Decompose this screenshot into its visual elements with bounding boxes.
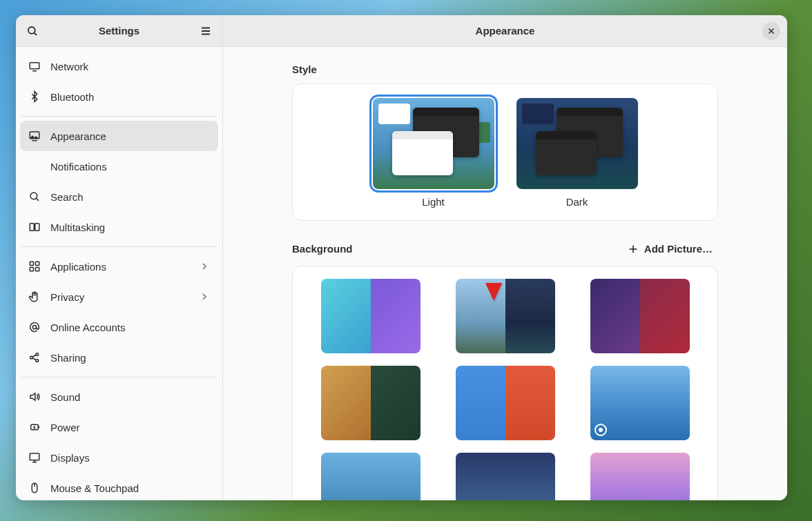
search-icon bbox=[28, 190, 41, 203]
bg-half-dark bbox=[371, 279, 420, 353]
sidebar-item-notifications[interactable]: Notifications bbox=[20, 151, 218, 181]
sidebar-item-applications[interactable]: Applications bbox=[20, 251, 218, 282]
display-icon bbox=[28, 60, 41, 72]
sidebar-item-online-accounts[interactable]: Online Accounts bbox=[20, 312, 218, 342]
sidebar-title: Settings bbox=[42, 25, 196, 37]
sidebar-item-label: Sound bbox=[50, 391, 210, 403]
sidebar-separator bbox=[21, 116, 217, 117]
bg-half-dark bbox=[640, 453, 690, 500]
sidebar-item-label: Notifications bbox=[50, 161, 210, 173]
background-thumb-bg9[interactable] bbox=[590, 453, 690, 500]
background-section-label: Background bbox=[292, 243, 353, 255]
svg-point-0 bbox=[28, 27, 35, 34]
sidebar-item-search[interactable]: Search bbox=[20, 181, 218, 212]
sidebar-separator bbox=[21, 246, 217, 247]
sidebar-item-label: Mouse & Touchpad bbox=[50, 482, 210, 494]
close-icon bbox=[767, 27, 775, 35]
sidebar-item-appearance[interactable]: Appearance bbox=[20, 121, 218, 151]
background-thumb-bg1[interactable] bbox=[321, 279, 420, 353]
background-thumb-bg5[interactable] bbox=[456, 366, 555, 440]
background-thumb-bg4[interactable] bbox=[321, 366, 420, 440]
svg-rect-15 bbox=[30, 268, 33, 271]
main-content: Style Light bbox=[223, 47, 787, 500]
svg-rect-25 bbox=[30, 453, 39, 460]
sidebar-item-label: Online Accounts bbox=[50, 322, 210, 333]
close-button[interactable] bbox=[762, 22, 780, 40]
bg-half-light bbox=[590, 279, 640, 353]
sidebar-item-label: Sharing bbox=[50, 352, 210, 364]
bg-half-dark bbox=[505, 453, 555, 500]
background-thumb-bg6[interactable] bbox=[590, 366, 690, 440]
sidebar-item-network[interactable]: Network bbox=[20, 51, 218, 81]
bluetooth-icon bbox=[28, 90, 41, 103]
page-title: Appearance bbox=[248, 25, 762, 37]
svg-rect-12 bbox=[35, 224, 39, 231]
sound-icon bbox=[28, 391, 41, 403]
style-preview-dark bbox=[516, 98, 638, 189]
bell-icon bbox=[28, 160, 41, 173]
multitask-icon bbox=[28, 221, 41, 233]
sidebar: Settings NetworkBluetoothAppearanceNotif… bbox=[16, 15, 223, 500]
svg-line-10 bbox=[36, 198, 39, 201]
svg-rect-11 bbox=[30, 224, 34, 231]
style-preview-light bbox=[373, 98, 494, 189]
sidebar-item-power[interactable]: Power bbox=[20, 412, 218, 442]
share-icon bbox=[28, 351, 41, 364]
background-thumb-bg3[interactable] bbox=[590, 279, 690, 353]
style-option-dark[interactable]: Dark bbox=[516, 98, 638, 208]
selected-check-icon bbox=[594, 424, 607, 436]
monitor-icon bbox=[28, 451, 41, 464]
background-thumb-bg7[interactable] bbox=[321, 453, 420, 500]
svg-line-1 bbox=[34, 32, 37, 35]
appearance-icon bbox=[28, 130, 41, 142]
at-icon bbox=[28, 321, 41, 333]
style-card: Light Dark bbox=[292, 83, 718, 221]
main-panel: Appearance Style bbox=[223, 15, 787, 500]
bg-half-light bbox=[456, 366, 505, 440]
sidebar-item-label: Privacy bbox=[50, 291, 189, 303]
bg-half-light bbox=[456, 279, 505, 353]
background-section-header: Background Add Picture… bbox=[292, 240, 718, 257]
sidebar-item-label: Applications bbox=[50, 261, 189, 273]
sidebar-list: NetworkBluetoothAppearanceNotificationsS… bbox=[16, 47, 222, 500]
settings-window: Settings NetworkBluetoothAppearanceNotif… bbox=[16, 15, 787, 500]
svg-point-9 bbox=[30, 193, 37, 199]
chevron-right-icon bbox=[199, 261, 210, 272]
sidebar-item-privacy[interactable]: Privacy bbox=[20, 282, 218, 312]
grid-icon bbox=[28, 260, 41, 273]
sidebar-item-label: Search bbox=[50, 191, 210, 203]
main-header: Appearance bbox=[223, 15, 787, 47]
sidebar-header: Settings bbox=[16, 15, 222, 47]
background-thumb-bg2[interactable] bbox=[456, 279, 555, 353]
bg-half-dark bbox=[371, 453, 420, 500]
sidebar-item-sound[interactable]: Sound bbox=[20, 382, 218, 412]
sidebar-item-mouse[interactable]: Mouse & Touchpad bbox=[20, 473, 218, 500]
search-icon bbox=[26, 25, 39, 37]
sidebar-item-sharing[interactable]: Sharing bbox=[20, 342, 218, 373]
bg-half-light bbox=[456, 453, 505, 500]
bg-half-dark bbox=[371, 366, 420, 440]
svg-rect-24 bbox=[38, 426, 39, 429]
add-picture-button[interactable]: Add Picture… bbox=[622, 240, 718, 257]
sidebar-item-label: Bluetooth bbox=[50, 91, 210, 103]
sidebar-item-label: Appearance bbox=[50, 130, 210, 142]
add-picture-label: Add Picture… bbox=[644, 243, 713, 255]
sidebar-item-label: Network bbox=[50, 61, 210, 72]
power-icon bbox=[28, 421, 41, 433]
bg-half-light bbox=[321, 366, 371, 440]
sidebar-item-label: Multitasking bbox=[50, 222, 210, 233]
style-option-light[interactable]: Light bbox=[373, 98, 494, 208]
style-label-light: Light bbox=[422, 196, 445, 208]
search-button[interactable] bbox=[23, 21, 42, 41]
sidebar-item-multitasking[interactable]: Multitasking bbox=[20, 212, 218, 242]
sidebar-item-bluetooth[interactable]: Bluetooth bbox=[20, 81, 218, 112]
sidebar-item-displays[interactable]: Displays bbox=[20, 442, 218, 473]
hand-icon bbox=[28, 291, 41, 303]
style-label-dark: Dark bbox=[566, 196, 588, 208]
mouse-icon bbox=[28, 482, 41, 494]
bg-half-dark bbox=[505, 366, 555, 440]
background-thumb-bg8[interactable] bbox=[456, 453, 555, 500]
sidebar-separator bbox=[21, 377, 217, 377]
menu-button[interactable] bbox=[196, 21, 215, 41]
svg-rect-5 bbox=[30, 63, 39, 69]
